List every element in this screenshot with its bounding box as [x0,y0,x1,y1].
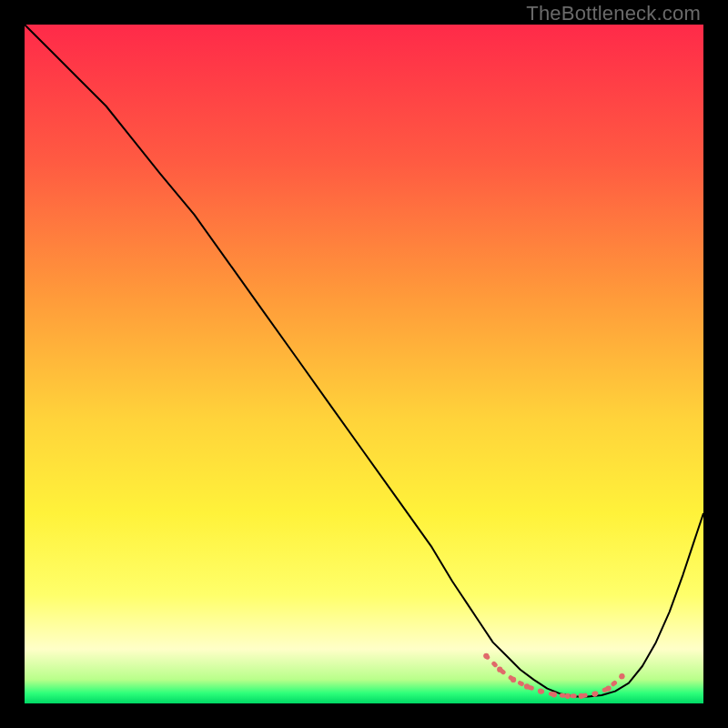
svg-point-7 [579,693,584,699]
svg-point-5 [551,692,557,697]
bottleneck-chart [25,25,703,703]
svg-point-2 [511,677,516,682]
svg-point-1 [497,667,502,672]
svg-point-4 [538,689,543,694]
watermark-text: TheBottleneck.com [526,2,701,25]
gradient-background [25,25,703,703]
svg-point-10 [619,673,624,679]
svg-point-9 [606,686,612,692]
svg-point-0 [483,653,489,659]
svg-point-6 [565,693,571,699]
chart-frame [25,25,703,703]
svg-point-8 [592,692,598,697]
svg-point-3 [524,683,530,689]
